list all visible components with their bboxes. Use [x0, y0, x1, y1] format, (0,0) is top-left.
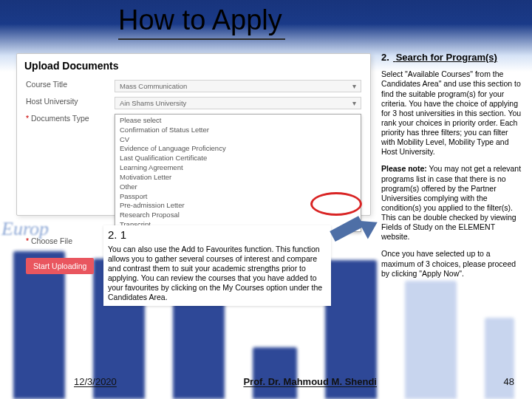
- dropdown-option[interactable]: Learning Agreement: [118, 163, 358, 173]
- upload-documents-panel: Upload Documents Course Title Mass Commu…: [16, 53, 371, 216]
- label-choose-file: Choose File: [26, 236, 115, 245]
- note-label: Please note:: [381, 164, 427, 173]
- slide: Europ How to Apply Upload Documents Cour…: [0, 0, 532, 399]
- note-body: You may not get a relevant programs list…: [381, 164, 521, 241]
- dropdown-option[interactable]: CV: [118, 135, 358, 145]
- chevron-down-icon: ▾: [352, 82, 356, 90]
- instructions-panel: 2. Search for Program(s) Select "Availab…: [381, 52, 523, 286]
- step-title: Search for Program(s): [396, 52, 497, 63]
- value-course-title: Mass Communication: [120, 82, 187, 90]
- footer: 12/3/2020 Prof. Dr. Mahmoud M. Shendi 48: [0, 376, 532, 387]
- field-course-title[interactable]: Mass Communication ▾: [115, 80, 361, 92]
- footer-page-number: 48: [504, 376, 514, 387]
- footer-date: 12/3/2020: [74, 376, 117, 387]
- label-documents-type: Documents Type: [26, 114, 115, 123]
- dropdown-option[interactable]: Other: [118, 183, 358, 192]
- row-host-university: Host University Ain Shams University ▾: [17, 95, 370, 112]
- start-uploading-button[interactable]: Start Uploading: [26, 258, 94, 274]
- highlight-circle: [310, 192, 362, 216]
- dropdown-option[interactable]: Evidence of Language Proficiency: [118, 144, 358, 154]
- instructions-paragraph-1: Select "Available Courses" from the Cand…: [381, 69, 523, 157]
- dropdown-option[interactable]: Motivation Letter: [118, 173, 358, 183]
- step-number: 2.: [381, 52, 393, 64]
- substep-heading: 2. 1: [108, 228, 327, 242]
- label-host-university: Host University: [26, 97, 115, 106]
- dropdown-option[interactable]: Last Qualification Certificate: [118, 154, 358, 163]
- substep-box: 2. 1 You can also use the Add to Favouri…: [103, 225, 331, 306]
- instructions-paragraph-3: Once you have selected up to a maximum o…: [381, 249, 523, 278]
- dropdown-option[interactable]: Please select: [118, 116, 358, 126]
- row-documents-type: Documents Type Please select Confirmatio…: [17, 112, 370, 234]
- dropdown-option[interactable]: Confirmation of Status Letter: [118, 126, 358, 135]
- title-underline: [118, 38, 285, 40]
- slide-title: How to Apply: [118, 4, 282, 36]
- arrow-icon: [332, 220, 377, 250]
- substep-body: You can also use the Add to Favourites f…: [108, 245, 327, 303]
- panel-header: Upload Documents: [17, 54, 370, 78]
- value-host-university: Ain Shams University: [120, 99, 186, 107]
- field-host-university[interactable]: Ain Shams University ▾: [115, 97, 361, 109]
- chevron-down-icon: ▾: [352, 99, 356, 107]
- row-course-title: Course Title Mass Communication ▾: [17, 78, 370, 95]
- label-course-title: Course Title: [26, 80, 115, 89]
- instructions-note: Please note: You may not get a relevant …: [381, 164, 523, 242]
- footer-author: Prof. Dr. Mahmoud M. Shendi: [243, 376, 377, 387]
- instructions-heading: 2. Search for Program(s): [381, 52, 523, 64]
